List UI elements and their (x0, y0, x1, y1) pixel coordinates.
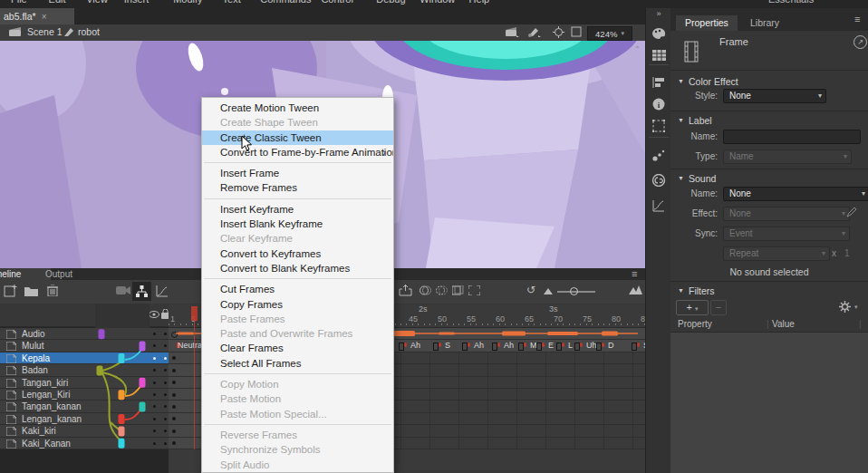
convert-to-symbol-icon[interactable]: ↗ (854, 35, 867, 49)
properties-panel-menu-icon[interactable]: ≡ (854, 14, 860, 24)
menubar-item-insert[interactable]: Insert (124, 0, 149, 5)
parent-marker-tangan_kiri[interactable] (140, 378, 146, 388)
menu-item-select-all-frames[interactable]: Select All Frames (202, 356, 393, 371)
stage-scroll-up-arrow[interactable]: ⌃ (634, 45, 641, 53)
modify-markers-icon[interactable] (468, 285, 480, 295)
workspace-dropdown[interactable]: Essentials (768, 0, 814, 5)
menu-item-insert-frame[interactable]: Insert Frame (202, 166, 393, 180)
menu-item-create-classic-tween[interactable]: Create Classic Tween (202, 130, 393, 145)
motion-presets-panel-icon[interactable] (650, 146, 668, 164)
timeline-panel-menu-icon[interactable]: ≡ (632, 268, 637, 279)
menu-item-convert-to-frame-by-frame-animation[interactable]: Convert to Frame-by-Frame Animation› (202, 145, 393, 159)
graph-editor-icon[interactable] (156, 285, 169, 297)
collapse-panels-icon[interactable]: » (650, 8, 668, 19)
section-color-effect[interactable]: ▼ Color Effect (670, 75, 868, 90)
remove-filter-button[interactable]: − (710, 300, 727, 315)
menubar-item-modify[interactable]: Modify (173, 0, 202, 5)
menubar-item-text[interactable]: Text (223, 0, 241, 5)
menubar-item-view[interactable]: View (86, 0, 108, 5)
edit-symbols-icon[interactable] (527, 26, 541, 37)
edit-sound-envelope-pencil-icon[interactable] (846, 207, 857, 217)
document-tab[interactable]: ab5.fla* × (0, 8, 74, 24)
parent-marker-lengan_kiri[interactable] (119, 390, 125, 400)
parent-marker-tangan_kanan[interactable] (140, 402, 146, 412)
parent-marker-kaki_kanan[interactable] (119, 439, 125, 449)
lock-dot[interactable] (164, 333, 167, 335)
menu-item-insert-keyframe[interactable]: Insert Keyframe (202, 202, 393, 217)
menubar-item-debug[interactable]: Debug (376, 0, 405, 5)
filters-list-area[interactable] (670, 333, 868, 473)
scene-clapperboard-icon[interactable] (9, 27, 22, 37)
transform-panel-icon[interactable] (650, 117, 668, 135)
menu-item-create-motion-tween[interactable]: Create Motion Tween (202, 101, 393, 115)
stage-zoom-dropdown[interactable]: 424% ▾ (587, 26, 632, 41)
tab-library[interactable]: Library (741, 15, 788, 31)
lock-dot[interactable] (164, 381, 167, 384)
lock-dot[interactable] (164, 344, 167, 347)
new-folder-icon[interactable] (24, 285, 38, 296)
loop-playback-icon[interactable]: ↺ (526, 284, 535, 296)
info-panel-icon[interactable]: i (650, 95, 668, 113)
delete-layer-trash-icon[interactable] (47, 285, 58, 296)
lock-dot[interactable] (164, 405, 167, 408)
lock-dot[interactable] (164, 430, 167, 432)
swatches-panel-icon[interactable] (650, 46, 668, 64)
lock-dot[interactable] (164, 393, 167, 396)
tab-properties[interactable]: Properties (676, 15, 738, 31)
frame-size-slider-knob[interactable] (570, 287, 578, 295)
show-parenting-view-icon[interactable] (132, 282, 151, 301)
lock-dot[interactable] (164, 442, 167, 445)
menu-item-copy-frames[interactable]: Copy Frames (202, 297, 393, 312)
history-panel-icon[interactable] (650, 197, 668, 215)
section-label[interactable]: ▼ Label (670, 114, 868, 129)
lock-dot[interactable] (164, 357, 167, 360)
style-dropdown[interactable]: None ▾ (723, 89, 826, 103)
label-name-input[interactable] (723, 130, 861, 144)
menu-item-remove-frames[interactable]: Remove Frames (202, 180, 393, 195)
onion-skin-icon[interactable] (420, 285, 431, 295)
menu-item-insert-blank-keyframe[interactable]: Insert Blank Keyframe (202, 217, 393, 231)
parent-marker-badan[interactable] (97, 365, 103, 375)
menu-item-clear-frames[interactable]: Clear Frames (202, 341, 393, 355)
menubar-item-file[interactable]: File (11, 0, 27, 5)
playhead-handle[interactable] (191, 306, 198, 321)
parent-marker-kaki_kiri[interactable] (119, 426, 125, 436)
add-filter-button[interactable]: + ▾ (676, 300, 709, 315)
breadcrumb-symbol[interactable]: robot (78, 26, 100, 37)
section-filters[interactable]: ▼ Filters (670, 285, 868, 299)
edit-scene-icon[interactable] (506, 26, 519, 37)
filter-options-gear-icon[interactable] (839, 301, 851, 313)
section-sound[interactable]: ▼ Sound (670, 172, 868, 187)
menu-item-convert-to-keyframes[interactable]: Convert to Keyframes (202, 246, 393, 261)
parent-marker-kepala[interactable] (119, 353, 125, 363)
lock-dot[interactable] (164, 369, 167, 372)
align-panel-icon[interactable] (650, 73, 668, 92)
edit-multiple-frames-icon[interactable] (452, 285, 464, 295)
parent-marker-audio[interactable] (99, 329, 105, 339)
menubar-item-edit[interactable]: Edit (49, 0, 66, 5)
menubar-item-control[interactable]: Control (321, 0, 352, 5)
onion-skin-outline-icon[interactable] (436, 285, 448, 295)
lock-dot[interactable] (164, 418, 167, 420)
tab-output[interactable]: Output (38, 268, 80, 280)
breadcrumb-scene[interactable]: Scene 1 (27, 26, 63, 37)
clip-to-stage-icon[interactable] (571, 26, 582, 37)
export-frames-icon[interactable] (399, 285, 412, 296)
menubar-item-commands[interactable]: Commands (260, 0, 311, 5)
menubar-item-window[interactable]: Window (420, 0, 455, 5)
label-name-label: Name: (670, 131, 718, 141)
menubar-item-help[interactable]: Help (469, 0, 490, 5)
center-frame-icon[interactable] (553, 26, 564, 38)
zoom-out-frames-icon[interactable] (544, 288, 553, 294)
new-layer-icon[interactable] (4, 285, 17, 297)
parent-marker-mulut[interactable] (140, 342, 146, 352)
menu-item-convert-to-blank-keyframes[interactable]: Convert to Blank Keyframes (202, 261, 393, 275)
menu-item-cut-frames[interactable]: Cut Frames (202, 282, 393, 296)
camera-icon[interactable] (116, 285, 130, 295)
cc-libraries-panel-icon[interactable] (650, 171, 668, 189)
parent-marker-lengan_kanan[interactable] (119, 414, 125, 424)
close-tab-icon[interactable]: × (42, 12, 47, 22)
color-panel-icon[interactable] (650, 24, 668, 43)
sound-name-dropdown[interactable]: None ▾ (723, 187, 868, 201)
zoom-in-frames-icon[interactable] (629, 285, 642, 294)
